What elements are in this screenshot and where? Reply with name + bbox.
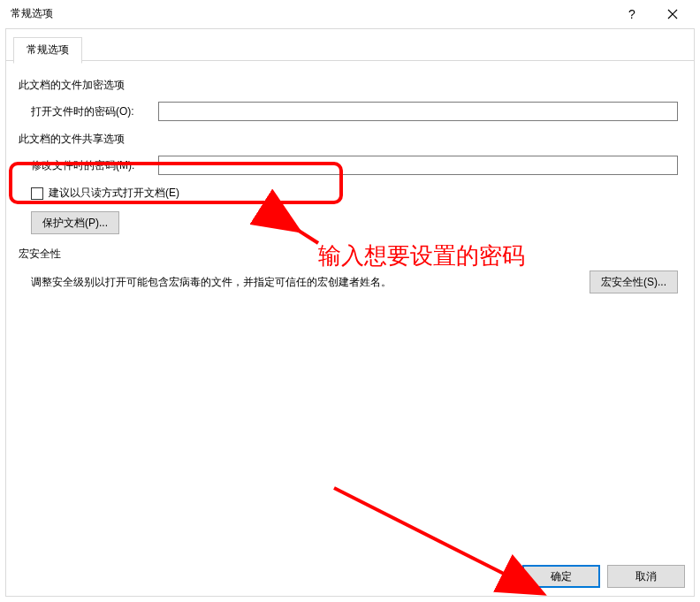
tab-general-options[interactable]: 常规选项: [13, 37, 82, 64]
titlebar: 常规选项 ?: [0, 0, 700, 28]
readonly-checkbox[interactable]: [31, 187, 43, 200]
share-section-title: 此文档的文件共享选项: [19, 132, 683, 147]
close-button[interactable]: [652, 0, 693, 28]
help-button[interactable]: ?: [612, 0, 652, 28]
macro-security-button[interactable]: 宏安全性(S)...: [590, 271, 678, 293]
readonly-checkbox-row[interactable]: 建议以只读方式打开文档(E): [17, 186, 683, 201]
open-password-input[interactable]: [158, 102, 678, 121]
panel: 此文档的文件加密选项 打开文件时的密码(O): 此文档的文件共享选项 修改文件时…: [6, 55, 694, 304]
encrypt-section-title: 此文档的文件加密选项: [19, 78, 683, 93]
cancel-button[interactable]: 取消: [607, 565, 685, 588]
readonly-checkbox-label: 建议以只读方式打开文档(E): [49, 186, 179, 201]
close-icon: [667, 9, 678, 19]
window-title: 常规选项: [7, 6, 53, 21]
modify-password-row: 修改文件时的密码(M):: [17, 156, 683, 175]
dialog-content: 常规选项 此文档的文件加密选项 打开文件时的密码(O): 此文档的文件共享选项 …: [5, 28, 695, 597]
macro-section-title: 宏安全性: [19, 247, 683, 262]
open-password-label: 打开文件时的密码(O):: [17, 104, 158, 119]
modify-password-label: 修改文件时的密码(M):: [17, 158, 158, 173]
modify-password-input[interactable]: [158, 156, 678, 175]
macro-row: 调整安全级别以打开可能包含宏病毒的文件，并指定可信任的宏创建者姓名。 宏安全性(…: [17, 271, 683, 293]
ok-button[interactable]: 确定: [522, 565, 600, 588]
protect-document-button[interactable]: 保护文档(P)...: [31, 211, 119, 234]
open-password-row: 打开文件时的密码(O):: [17, 102, 683, 121]
dialog-footer: 确定 取消: [6, 557, 694, 596]
tab-strip: 常规选项: [6, 28, 694, 55]
macro-desc: 调整安全级别以打开可能包含宏病毒的文件，并指定可信任的宏创建者姓名。: [31, 275, 590, 290]
